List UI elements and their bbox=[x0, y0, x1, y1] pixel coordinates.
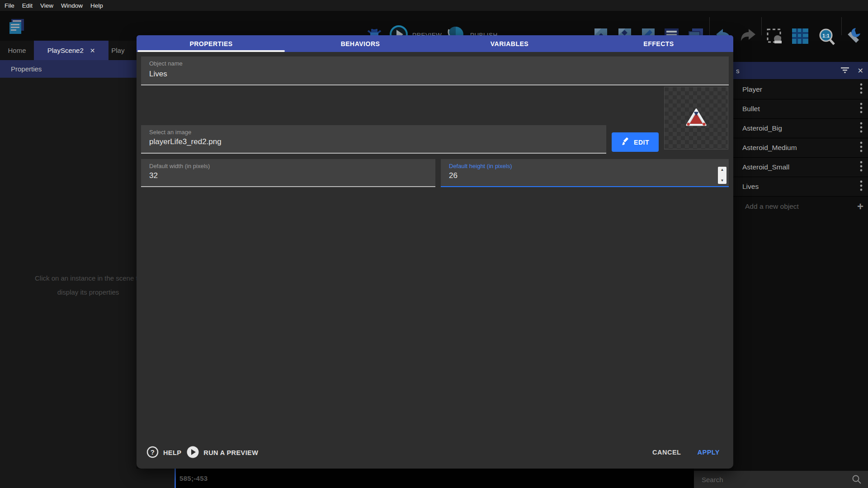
play-circle-icon bbox=[187, 446, 199, 460]
panel-gap bbox=[137, 469, 175, 488]
kebab-menu-icon[interactable] bbox=[860, 141, 863, 154]
object-row-bullet[interactable]: Bullet bbox=[733, 99, 868, 119]
edit-button-label: EDIT bbox=[634, 139, 649, 146]
kebab-menu-icon[interactable] bbox=[860, 122, 863, 135]
object-row-asteroid-big[interactable]: Asteroid_Big bbox=[733, 119, 868, 138]
object-row-asteroid-small[interactable]: Asteroid_Small bbox=[733, 158, 868, 177]
toolbar-divider bbox=[709, 17, 710, 35]
gdevelop-window: File Edit View Window Help bbox=[0, 0, 868, 488]
empty-selection-message: Click on an instance in the scene to dis… bbox=[0, 271, 137, 299]
tab-play-clipped[interactable]: Play bbox=[108, 41, 137, 60]
object-row-player[interactable]: Player bbox=[733, 80, 868, 99]
filter-icon[interactable] bbox=[840, 67, 849, 75]
height-stepper[interactable]: ▲ ▼ bbox=[718, 167, 726, 184]
kebab-menu-icon[interactable] bbox=[860, 180, 863, 193]
svg-text:1:1: 1:1 bbox=[822, 33, 830, 38]
dialog-footer: ? HELP RUN A PREVIEW CANCEL bbox=[137, 439, 733, 469]
object-name-field[interactable]: Object name Lives bbox=[141, 56, 729, 85]
kebab-menu-icon[interactable] bbox=[860, 161, 863, 174]
tab-home-label: Home bbox=[8, 47, 26, 54]
object-name-value: Lives bbox=[149, 70, 167, 79]
active-tab-underline bbox=[137, 50, 285, 52]
menu-file[interactable]: File bbox=[5, 2, 14, 9]
tab-close-icon[interactable]: ✕ bbox=[90, 47, 95, 54]
tab-playscene2-label: PlayScene2 bbox=[47, 47, 84, 54]
stepper-down-icon[interactable]: ▼ bbox=[721, 179, 724, 183]
default-height-label: Default height (in pixels) bbox=[449, 163, 512, 169]
objects-panel-header: s ✕ bbox=[733, 62, 868, 79]
menu-bar: File Edit View Window Help bbox=[0, 0, 868, 11]
edit-image-button[interactable]: EDIT bbox=[612, 132, 659, 152]
default-width-label: Default width (in pixels) bbox=[149, 163, 210, 169]
editor-tabbar: Home PlayScene2 ✕ Play bbox=[0, 41, 137, 60]
dialog-tab-effects[interactable]: EFFECTS bbox=[584, 35, 733, 52]
search-bar bbox=[694, 471, 868, 488]
zoom-1-1-icon[interactable]: 1:1 bbox=[817, 27, 836, 46]
properties-panel: Properties Click on an instance in the s… bbox=[0, 60, 137, 488]
tab-play-label: Play bbox=[111, 47, 124, 54]
default-width-field[interactable]: Default width (in pixels) 32 bbox=[141, 159, 435, 187]
kebab-menu-icon[interactable] bbox=[860, 103, 863, 115]
svg-text:?: ? bbox=[151, 448, 155, 456]
select-image-value: playerLife3_red2.png bbox=[149, 137, 222, 146]
objects-panel-title-clipped: s bbox=[736, 67, 740, 75]
scene-canvas[interactable]: 585;-453 bbox=[176, 469, 694, 488]
objects-list: Player Bullet Asteroid_Big Asteroid_Medi… bbox=[733, 80, 868, 216]
apply-button[interactable]: APPLY bbox=[697, 449, 720, 456]
object-editor-dialog: PROPERTIES BEHAVIORS VARIABLES EFFECTS O… bbox=[137, 35, 733, 469]
grid-icon[interactable] bbox=[791, 27, 810, 45]
run-preview-button[interactable]: RUN A PREVIEW bbox=[187, 446, 258, 460]
help-icon: ? bbox=[146, 446, 159, 460]
properties-panel-header: Properties bbox=[0, 60, 137, 78]
sprite-preview bbox=[664, 87, 728, 150]
tab-playscene2[interactable]: PlayScene2 ✕ bbox=[34, 41, 108, 60]
objects-panel: s ✕ Player Bullet bbox=[733, 62, 868, 488]
run-preview-label: RUN A PREVIEW bbox=[203, 449, 258, 456]
menu-view[interactable]: View bbox=[40, 2, 53, 9]
tab-home[interactable]: Home bbox=[0, 41, 34, 60]
default-height-field[interactable]: Default height (in pixels) 26 ▲ ▼ bbox=[441, 159, 729, 187]
toolbar-divider bbox=[761, 17, 762, 35]
default-height-value: 26 bbox=[449, 171, 458, 180]
menu-help[interactable]: Help bbox=[90, 2, 103, 9]
stepper-up-icon[interactable]: ▲ bbox=[721, 168, 724, 172]
help-button[interactable]: ? HELP bbox=[146, 446, 181, 460]
cursor-coordinates: 585;-453 bbox=[179, 474, 208, 482]
select-image-field[interactable]: Select an image playerLife3_red2.png bbox=[141, 125, 606, 154]
search-input[interactable] bbox=[694, 476, 852, 483]
dialog-tab-behaviors[interactable]: BEHAVIORS bbox=[286, 35, 435, 52]
redo-icon[interactable] bbox=[739, 27, 757, 45]
wrench-icon[interactable] bbox=[845, 27, 864, 46]
add-new-object-button[interactable]: Add a new object + bbox=[733, 197, 868, 216]
close-panel-icon[interactable]: ✕ bbox=[858, 66, 863, 75]
menu-edit[interactable]: Edit bbox=[22, 2, 33, 9]
kebab-menu-icon[interactable] bbox=[860, 83, 863, 96]
cancel-button[interactable]: CANCEL bbox=[652, 449, 681, 456]
dialog-tab-variables[interactable]: VARIABLES bbox=[435, 35, 584, 52]
dialog-tabbar: PROPERTIES BEHAVIORS VARIABLES EFFECTS bbox=[137, 35, 733, 52]
properties-panel-title: Properties bbox=[11, 65, 42, 73]
object-row-asteroid-medium[interactable]: Asteroid_Medium bbox=[733, 138, 868, 158]
ship-sprite-image bbox=[685, 108, 707, 129]
selection-mask-icon[interactable] bbox=[765, 27, 783, 45]
dialog-tab-properties[interactable]: PROPERTIES bbox=[137, 35, 286, 52]
search-icon[interactable] bbox=[852, 474, 862, 484]
app-logo-icon[interactable] bbox=[7, 16, 27, 36]
help-label: HELP bbox=[163, 449, 181, 456]
plus-icon: + bbox=[857, 201, 863, 212]
select-image-label: Select an image bbox=[149, 129, 191, 136]
object-name-label: Object name bbox=[149, 60, 183, 67]
default-width-value: 32 bbox=[149, 171, 158, 180]
brush-icon bbox=[621, 137, 629, 147]
menu-window[interactable]: Window bbox=[61, 2, 83, 9]
toolbar-divider bbox=[841, 17, 842, 35]
object-row-lives[interactable]: Lives bbox=[733, 177, 868, 197]
